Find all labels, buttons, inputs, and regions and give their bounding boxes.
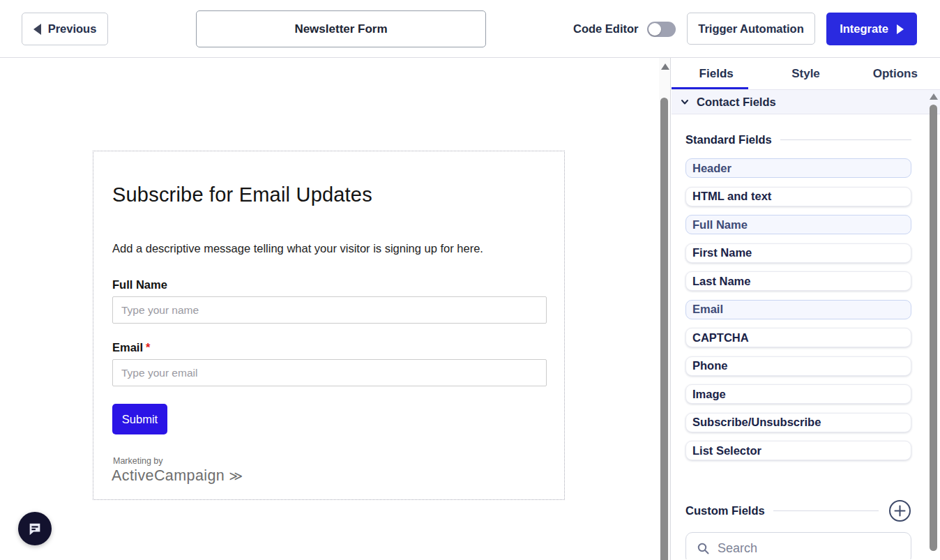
trigger-automation-button[interactable]: Trigger Automation (687, 13, 815, 45)
canvas-scrollbar-thumb[interactable] (660, 98, 668, 560)
custom-fields-header: Custom Fields (685, 499, 911, 522)
logo-chevron-icon: ≫ (229, 468, 243, 484)
main-area: Subscribe for Email Updates Add a descri… (0, 58, 940, 560)
standard-fields-header: Standard Fields (685, 133, 911, 146)
tab-options[interactable]: Options (851, 58, 940, 89)
previous-button[interactable]: Previous (22, 13, 108, 45)
chat-bubble-icon (27, 521, 43, 536)
back-arrow-icon (33, 24, 41, 35)
email-input[interactable] (112, 359, 547, 386)
field-chip-phone[interactable]: Phone (685, 356, 911, 376)
form-canvas: Subscribe for Email Updates Add a descri… (0, 58, 659, 560)
divider (773, 510, 879, 511)
code-editor-label: Code Editor (573, 22, 639, 36)
required-asterisk: * (146, 341, 150, 354)
integrate-button[interactable]: Integrate (826, 13, 917, 45)
forward-arrow-icon (897, 24, 904, 34)
chevron-down-icon (680, 97, 690, 107)
field-chip-list-selector[interactable]: List Selector (685, 441, 911, 460)
trigger-automation-label: Trigger Automation (698, 22, 804, 36)
standard-fields-list: HeaderHTML and textFull NameFirst NameLa… (685, 158, 911, 460)
right-sidebar: Fields Style Options Contact Fields Stan… (672, 58, 940, 560)
fullname-input[interactable] (112, 296, 547, 324)
field-chip-header[interactable]: Header (685, 158, 911, 178)
field-chip-captcha[interactable]: CAPTCHA (685, 328, 911, 347)
sidebar-tabs: Fields Style Options (672, 58, 940, 89)
form-title[interactable]: Subscribe for Email Updates (112, 183, 372, 206)
scroll-up-arrow-icon[interactable] (930, 93, 938, 100)
sidebar-scrollbar-thumb[interactable] (930, 105, 937, 551)
scroll-up-arrow-icon[interactable] (661, 63, 669, 70)
field-chip-first-name[interactable]: First Name (685, 243, 911, 263)
form-name-value: Newsletter Form (294, 22, 387, 36)
code-editor-toggle[interactable] (647, 22, 676, 37)
canvas-scrollbar[interactable] (659, 58, 671, 560)
fields-panel: Standard Fields HeaderHTML and textFull … (672, 114, 940, 559)
contact-fields-section-header[interactable]: Contact Fields (672, 89, 940, 114)
email-field-label[interactable]: Email* (112, 341, 150, 354)
tab-style[interactable]: Style (761, 58, 850, 89)
search-input[interactable] (718, 541, 911, 556)
sidebar-scrollbar[interactable] (929, 89, 939, 560)
top-toolbar: Previous Newsletter Form Code Editor Tri… (0, 0, 940, 58)
activecampaign-logo: ActiveCampaign ≫ (112, 467, 243, 485)
field-chip-email[interactable]: Email (685, 300, 911, 319)
chat-widget-button[interactable] (18, 512, 52, 545)
field-chip-full-name[interactable]: Full Name (685, 215, 911, 234)
integrate-label: Integrate (840, 22, 888, 36)
field-chip-image[interactable]: Image (685, 384, 911, 404)
form-preview-card[interactable]: Subscribe for Email Updates Add a descri… (93, 151, 565, 500)
search-icon (697, 543, 709, 554)
submit-button[interactable]: Submit (112, 404, 167, 434)
custom-fields-title: Custom Fields (685, 504, 765, 517)
standard-fields-title: Standard Fields (685, 133, 772, 146)
tab-fields[interactable]: Fields (672, 58, 761, 89)
custom-fields-search[interactable] (685, 532, 911, 559)
contact-fields-title: Contact Fields (697, 96, 776, 109)
field-chip-last-name[interactable]: Last Name (685, 271, 911, 291)
previous-button-label: Previous (48, 22, 97, 36)
form-description[interactable]: Add a descriptive message telling what y… (112, 242, 483, 255)
branding-marketing-by: Marketing by (113, 456, 163, 466)
field-chip-html-and-text[interactable]: HTML and text (685, 187, 911, 206)
fullname-field-label[interactable]: Full Name (112, 278, 167, 292)
form-name-input[interactable]: Newsletter Form (196, 10, 486, 47)
add-custom-field-button[interactable] (888, 499, 911, 522)
field-chip-subscribe-unsubscribe[interactable]: Subscribe/Unsubscribe (685, 413, 911, 432)
divider (780, 139, 911, 140)
toggle-knob (649, 23, 661, 36)
